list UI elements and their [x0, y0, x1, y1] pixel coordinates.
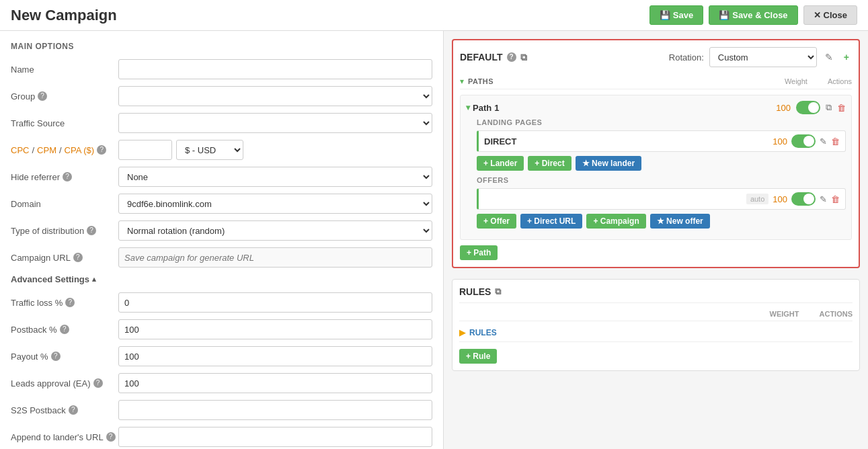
save-close-button[interactable]: 💾 Save & Close	[709, 5, 797, 25]
cpm-link[interactable]: CPM	[37, 145, 56, 155]
lander-btn-row: + Lander + Direct ★ New lander	[477, 156, 846, 171]
postback-label: Postback % ?	[11, 325, 118, 335]
path-actions: 100 ⧉ 🗑	[776, 101, 846, 114]
leads-approval-control	[118, 373, 432, 393]
name-row: Name	[11, 59, 432, 79]
offer-delete-icon[interactable]: 🗑	[831, 194, 840, 204]
cpc-input[interactable]	[118, 140, 172, 160]
payout-label: Payout % ?	[11, 352, 118, 362]
advanced-settings-toggle[interactable]: Advanced Settings ▴	[11, 274, 432, 284]
payout-row: Payout % ?	[11, 346, 432, 366]
payout-input[interactable]	[118, 346, 432, 366]
add-path-button[interactable]: + Path	[460, 245, 498, 260]
offer-toggle[interactable]	[791, 192, 816, 206]
cpc-link[interactable]: CPC	[11, 145, 29, 155]
payout-control	[118, 346, 432, 366]
page-wrapper: New Campaign 💾 Save 💾 Save & Close ✕ Clo…	[0, 0, 868, 449]
lander-delete-icon[interactable]: 🗑	[831, 136, 840, 147]
postback-control	[118, 319, 432, 339]
weight-col-label: Weight	[785, 77, 807, 85]
add-rule-button[interactable]: + Rule	[459, 349, 497, 364]
traffic-loss-help-icon: ?	[65, 298, 75, 307]
domain-label: Domain	[11, 199, 118, 209]
type-distribution-help-icon: ?	[87, 226, 96, 235]
path-delete-icon[interactable]: 🗑	[837, 103, 846, 113]
traffic-loss-label: Traffic loss % ?	[11, 298, 118, 308]
type-distribution-select[interactable]: Normal rotation (random)	[118, 220, 432, 241]
domain-select[interactable]: 9cdf6e.binomlink.com	[118, 194, 432, 214]
add-direct-button[interactable]: + Direct	[528, 156, 571, 171]
cpc-row: CPC / CPM / CPA ($) ? $ - USD	[11, 140, 432, 160]
group-select[interactable]	[118, 86, 432, 106]
path-item: ▾ Path 1 100 ⧉ 🗑 LANDING PAGE	[460, 95, 852, 240]
currency-select[interactable]: $ - USD	[176, 140, 243, 160]
offers-section: OFFERS auto 100 ✎ 🗑	[477, 176, 846, 229]
group-label: Group ?	[11, 91, 118, 101]
rotation-edit-icon[interactable]: ✎	[822, 50, 836, 64]
add-campaign-button[interactable]: + Campaign	[586, 214, 645, 229]
type-distribution-label: Type of distribution ?	[11, 226, 118, 236]
cpc-help-icon: ?	[97, 145, 106, 155]
offers-title: OFFERS	[477, 176, 846, 184]
lander-toggle[interactable]	[791, 134, 816, 148]
group-control	[118, 86, 432, 106]
traffic-source-select[interactable]	[118, 113, 432, 133]
append-lander-control	[118, 427, 432, 447]
traffic-loss-input[interactable]	[118, 292, 432, 313]
leads-approval-input[interactable]	[118, 373, 432, 393]
default-box: DEFAULT ? ⧉ Rotation: Custom ✎ +	[452, 39, 860, 268]
advanced-chevron-icon: ▴	[92, 275, 96, 284]
name-label: Name	[11, 65, 118, 75]
left-panel: MAIN OPTIONS Name Group ?	[0, 31, 444, 449]
rotation-add-icon[interactable]: +	[841, 50, 852, 64]
rules-copy-icon[interactable]: ⧉	[495, 286, 501, 297]
postback-input[interactable]	[118, 319, 432, 339]
add-lander-button[interactable]: + Lander	[477, 156, 524, 171]
hide-referrer-label: Hide referrer ?	[11, 172, 118, 182]
rules-box: RULES ⧉ Weight Actions ▶	[452, 279, 860, 371]
offer-auto-badge: auto	[746, 194, 768, 204]
rules-header-row: RULES ⧉	[459, 286, 853, 297]
hide-referrer-select[interactable]: None	[118, 167, 432, 187]
name-input[interactable]	[118, 59, 432, 79]
postback-row: Postback % ?	[11, 319, 432, 339]
rules-table-header: Weight Actions	[459, 307, 853, 321]
path-header: ▾ Path 1 100 ⧉ 🗑	[466, 101, 846, 114]
path-toggle[interactable]	[796, 101, 820, 114]
new-lander-button[interactable]: ★ New lander	[576, 156, 641, 171]
s2s-postback-control	[118, 400, 432, 420]
append-lander-help-icon: ?	[106, 432, 116, 442]
append-lander-input[interactable]	[118, 427, 432, 447]
default-help-icon: ?	[507, 52, 516, 62]
close-button[interactable]: ✕ Close	[803, 5, 857, 25]
lander-actions: 100 ✎ 🗑	[773, 134, 840, 148]
s2s-postback-label: S2S Postback ?	[11, 405, 118, 415]
save-button[interactable]: 💾 Save	[649, 5, 703, 25]
offer-item: auto 100 ✎ 🗑	[477, 188, 846, 210]
cpc-label: CPC / CPM / CPA ($) ?	[11, 145, 118, 155]
campaign-url-input[interactable]	[118, 247, 432, 268]
traffic-source-label: Traffic Source	[11, 118, 118, 128]
new-offer-button[interactable]: ★ New offer	[650, 214, 710, 229]
leads-approval-help-icon: ?	[93, 378, 103, 388]
landing-pages-section: LANDING PAGES DIRECT 100 ✎ 🗑 + Lander	[477, 118, 846, 171]
add-rule-row: + Rule	[459, 349, 853, 364]
path-copy-icon[interactable]: ⧉	[826, 102, 832, 113]
rules-label: RULES ⧉	[459, 286, 501, 297]
actions-col-label: Actions	[828, 77, 852, 85]
direct-url-button[interactable]: + Direct URL	[520, 214, 582, 229]
path-chevron-icon: ▾	[466, 103, 470, 112]
add-offer-button[interactable]: + Offer	[477, 214, 516, 229]
cpa-link[interactable]: CPA ($)	[65, 145, 95, 155]
offer-edit-icon[interactable]: ✎	[820, 194, 827, 204]
paths-cols: Weight Actions	[785, 77, 852, 85]
rotation-row: Rotation: Custom ✎ +	[669, 47, 852, 67]
default-label: DEFAULT ? ⧉	[460, 52, 527, 63]
s2s-postback-input[interactable]	[118, 400, 432, 420]
save-close-icon: 💾	[719, 10, 729, 20]
copy-icon[interactable]: ⧉	[520, 52, 527, 63]
lander-edit-icon[interactable]: ✎	[820, 136, 827, 147]
rules-row[interactable]: ▶ RULES	[459, 324, 853, 342]
paths-title: PATHS	[468, 77, 494, 85]
rotation-select[interactable]: Custom	[709, 47, 817, 67]
